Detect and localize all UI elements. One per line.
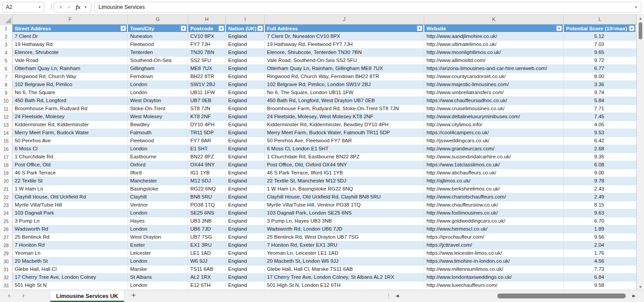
cell[interactable]: Merry Meet Farm, Budock Water bbox=[12, 129, 128, 137]
cell[interactable]: 9.78 bbox=[564, 177, 636, 185]
cell[interactable]: Nuneaton bbox=[128, 33, 188, 41]
cell[interactable]: FY7 7JH bbox=[188, 41, 226, 49]
filter-dropdown-button[interactable]: ▾ bbox=[417, 25, 422, 31]
cell[interactable]: https://iprochauffeur.com/ bbox=[424, 233, 564, 241]
row-number[interactable]: 3 bbox=[0, 41, 12, 49]
cell[interactable]: England bbox=[226, 225, 265, 233]
column-letter-H[interactable]: H bbox=[188, 15, 226, 24]
cell[interactable]: SS2 5FU bbox=[188, 57, 226, 65]
cell[interactable]: London bbox=[128, 225, 188, 233]
cell[interactable]: http://www.grandeurcars.com/ bbox=[424, 145, 564, 153]
cell[interactable]: PO38 1TQ bbox=[188, 201, 226, 209]
cell[interactable]: 103 Dagnall Park, London SE25 6NS bbox=[265, 209, 424, 217]
cell[interactable]: Ventnor bbox=[128, 201, 188, 209]
cell[interactable]: Bewdley bbox=[128, 121, 188, 129]
row-number[interactable]: 8 bbox=[0, 81, 12, 89]
cell[interactable]: http://www.majestic-limousines.com/ bbox=[424, 81, 564, 89]
cell[interactable]: 9.65 bbox=[564, 49, 636, 57]
cell[interactable]: 6.70 bbox=[564, 217, 636, 225]
cell[interactable]: Myrtle Villa/Tulse Hill bbox=[12, 201, 128, 209]
row-number[interactable]: 19 bbox=[0, 169, 12, 177]
cell[interactable]: http://www.berkshirelimos.co.uk/ bbox=[424, 185, 564, 193]
cell[interactable]: West Molesey bbox=[128, 113, 188, 121]
cell[interactable]: TR11 5DP bbox=[188, 129, 226, 137]
cell[interactable]: 9.58 bbox=[564, 281, 636, 290]
row-number[interactable]: 28 bbox=[0, 241, 12, 249]
cell[interactable]: 9.74 bbox=[564, 89, 636, 97]
cell[interactable]: ME8 7UX bbox=[188, 65, 226, 73]
cell[interactable]: Elenore, Shrubcote bbox=[12, 49, 128, 57]
row-number[interactable]: 1 bbox=[0, 25, 12, 33]
cell[interactable]: UB6 7JD bbox=[188, 225, 226, 233]
cell[interactable]: UB11 1FW bbox=[188, 89, 226, 97]
cell[interactable]: 2.43 bbox=[564, 185, 636, 193]
row-number[interactable]: 16 bbox=[0, 145, 12, 153]
cell[interactable]: 4.05 bbox=[564, 121, 636, 129]
cell[interactable]: 50 Penrhos Ave, Fleetwood FY7 8AR bbox=[265, 137, 424, 145]
cell[interactable]: Basingstoke bbox=[128, 185, 188, 193]
cell[interactable]: 17 Cherry Tree Ave, London Colney bbox=[12, 273, 128, 281]
cell[interactable]: England bbox=[226, 97, 265, 105]
cell[interactable]: Myrtle Villa/Tulse Hill, Ventnor PO38 1T… bbox=[265, 201, 424, 209]
cell[interactable]: 2.49 bbox=[564, 193, 636, 201]
cell[interactable]: 102 Belgrave Rd, Pimlico, London SW1V 2B… bbox=[265, 81, 424, 89]
cell[interactable]: England bbox=[226, 105, 265, 113]
cell[interactable]: SE25 6NS bbox=[188, 209, 226, 217]
cell[interactable]: 501 High St N bbox=[12, 281, 128, 290]
cell[interactable]: Gillingham bbox=[128, 65, 188, 73]
name-box[interactable]: A2 ▾ bbox=[2, 2, 44, 12]
cell[interactable]: London bbox=[128, 89, 188, 97]
row-number[interactable]: 12 bbox=[0, 113, 12, 121]
cell[interactable]: Ilford bbox=[128, 169, 188, 177]
row-number[interactable]: 9 bbox=[0, 89, 12, 97]
row-number[interactable]: 30 bbox=[0, 257, 12, 265]
cell[interactable]: http://www.hermescl.co.uk/ bbox=[424, 225, 564, 233]
next-sheet-icon[interactable]: › bbox=[22, 291, 25, 299]
cell[interactable]: 7 Honiton Rd, Exeter EX1 3RU bbox=[265, 241, 424, 249]
row-number[interactable]: 32 bbox=[0, 273, 12, 281]
cell[interactable]: http://www.countycarsdorset.co.uk/ bbox=[424, 73, 564, 81]
cell[interactable]: 501 High St N, London E12 6TH bbox=[265, 281, 424, 290]
cell[interactable]: England bbox=[226, 153, 265, 161]
cell[interactable]: https://www.chauffeursadhoc.co.uk/ bbox=[424, 97, 564, 105]
row-number[interactable]: 23 bbox=[0, 201, 12, 209]
cell[interactable]: 6.08 bbox=[564, 161, 636, 169]
cell[interactable]: 22 Textile St, Manchester M12 5DJ bbox=[265, 177, 424, 185]
select-all-corner[interactable] bbox=[0, 15, 12, 24]
cell[interactable]: London bbox=[128, 209, 188, 217]
cell[interactable]: http://www.citylimos.info/ bbox=[424, 121, 564, 129]
cell[interactable]: England bbox=[226, 233, 265, 241]
cell[interactable]: Fleetwood bbox=[128, 137, 188, 145]
cell[interactable]: 6.84 bbox=[564, 273, 636, 281]
scroll-down-icon[interactable]: ▼ bbox=[637, 285, 644, 289]
row-number[interactable]: 4 bbox=[0, 49, 12, 57]
cell[interactable]: EX1 3RU bbox=[188, 241, 226, 249]
cell[interactable]: No 6, The Square, London UB11 1FW bbox=[265, 89, 424, 97]
cell[interactable]: 9.63 bbox=[564, 209, 636, 217]
cell[interactable]: London bbox=[128, 257, 188, 265]
cell[interactable]: London bbox=[128, 281, 188, 290]
cell[interactable]: England bbox=[226, 89, 265, 97]
table-header-cell[interactable]: Website▾ bbox=[424, 25, 564, 33]
insert-function-icon[interactable]: fx bbox=[76, 4, 81, 11]
column-letter-F[interactable]: F bbox=[12, 15, 128, 24]
cell[interactable]: 3.36 bbox=[564, 81, 636, 89]
row-number[interactable]: 33 bbox=[0, 281, 12, 290]
row-number[interactable]: 14 bbox=[0, 129, 12, 137]
cell[interactable]: 7.45 bbox=[564, 113, 636, 121]
sheet-tab-active[interactable]: Limousine Services UK bbox=[50, 290, 124, 302]
cell[interactable]: UB7 7SG bbox=[188, 233, 226, 241]
cell[interactable]: Ringwood Rd, Church Way bbox=[12, 73, 128, 81]
cell[interactable]: Wadsworth Rd, London UB6 7JD bbox=[265, 225, 424, 233]
cell[interactable]: http://www.luxechauffeurs.com/ bbox=[424, 281, 564, 290]
horizontal-scrollbar-thumb[interactable] bbox=[497, 294, 626, 298]
cell[interactable]: 1 Churchdale Rd bbox=[12, 153, 128, 161]
cell[interactable]: England bbox=[226, 137, 265, 145]
row-number[interactable]: 18 bbox=[0, 161, 12, 169]
add-sheet-button[interactable]: + bbox=[131, 291, 135, 299]
cell[interactable]: St Albans bbox=[128, 273, 188, 281]
cell[interactable]: https://www.leicester-limos.co.uk/ bbox=[424, 249, 564, 257]
row-number[interactable]: 13 bbox=[0, 121, 12, 129]
scroll-left-icon[interactable]: ◀ bbox=[396, 294, 399, 298]
cell[interactable]: TS11 6AB bbox=[188, 265, 226, 273]
